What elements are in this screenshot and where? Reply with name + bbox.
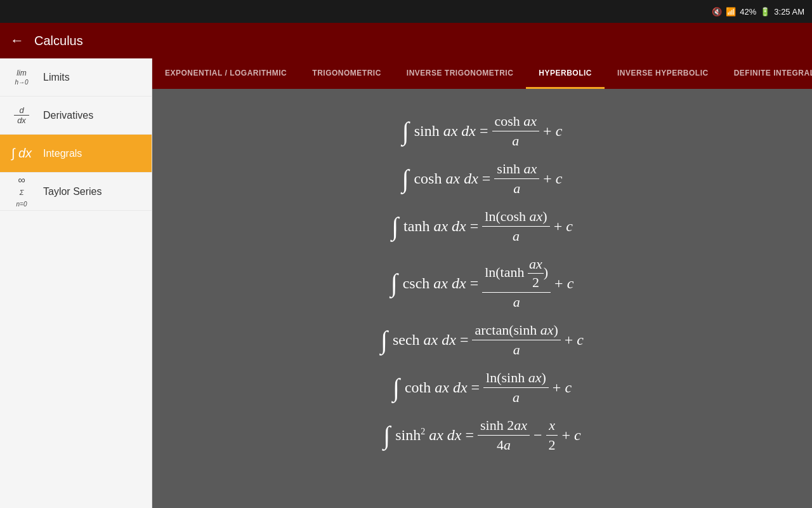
int-sign-3: ∫ [391, 214, 398, 239]
app-title: Calculus [34, 34, 83, 48]
int-sign-7: ∫ [383, 423, 390, 448]
taylor-icon: ∞ Σ n=0 [10, 175, 33, 209]
int-sign-5: ∫ [381, 328, 388, 353]
content-area: EXPONENTIAL / LOGARITHMIC TRIGONOMETRIC … [152, 58, 812, 508]
derivatives-icon: d dx [10, 105, 33, 125]
formula-4: ∫ csch ax dx = ln(tanh ax2) a + c [391, 256, 574, 311]
int-sign-2: ∫ [402, 166, 409, 192]
back-button[interactable]: ← [10, 32, 24, 49]
sidebar-item-derivatives-label: Derivatives [43, 110, 93, 121]
tab-trig[interactable]: TRIGONOMETRIC [299, 58, 394, 89]
formula-row-2: ∫ cosh ax dx = sinh ax a + c [178, 161, 787, 197]
formula-area: ∫ sinh ax dx = cosh ax a + c ∫ cosh ax d… [152, 89, 812, 508]
main-layout: limh→0 Limits d dx Derivatives ∫ dx Inte… [0, 58, 812, 508]
formula-3: ∫ tanh ax dx = ln(cosh ax) a + c [391, 208, 573, 244]
wifi-icon: 📶 [726, 7, 736, 17]
frac-7b: x 2 [546, 417, 558, 453]
sidebar-item-integrals[interactable]: ∫ dx Integrals [0, 135, 152, 173]
sidebar-item-limits[interactable]: limh→0 Limits [0, 58, 152, 97]
int-sign-4: ∫ [391, 271, 398, 296]
frac-5: arctan(sinh ax) a [472, 322, 560, 358]
status-bar: 🔇 📶 42% 🔋 3:25 AM [0, 0, 812, 23]
time: 3:25 AM [774, 7, 804, 17]
mute-icon: 🔇 [712, 7, 722, 17]
status-icons: 🔇 📶 42% 🔋 3:25 AM [712, 7, 804, 17]
sidebar-item-integrals-label: Integrals [43, 148, 82, 159]
formula-1: ∫ sinh ax dx = cosh ax a + c [402, 113, 563, 149]
tab-inv-hyp[interactable]: INVERSE HYPERBOLIC [605, 58, 721, 89]
formula-7: ∫ sinh2 ax dx = sinh 2ax 4a − x 2 + c [383, 417, 581, 453]
formula-row-7: ∫ sinh2 ax dx = sinh 2ax 4a − x 2 + c [178, 417, 787, 453]
tab-def-int[interactable]: DEFINITE INTEGRALS [721, 58, 812, 89]
frac-6: ln(sinh ax) a [483, 370, 549, 406]
sidebar-item-derivatives[interactable]: d dx Derivatives [0, 97, 152, 135]
frac-2: sinh ax a [494, 161, 539, 197]
sidebar: limh→0 Limits d dx Derivatives ∫ dx Inte… [0, 58, 152, 508]
formula-row-6: ∫ coth ax dx = ln(sinh ax) a + c [178, 370, 787, 406]
integrals-icon: ∫ dx [10, 146, 33, 161]
int-sign-1: ∫ [402, 119, 409, 144]
sidebar-item-limits-label: Limits [43, 72, 70, 83]
formula-6: ∫ coth ax dx = ln(sinh ax) a + c [393, 370, 572, 406]
formula-row-4: ∫ csch ax dx = ln(tanh ax2) a + c [178, 256, 787, 311]
app-bar: ← Calculus [0, 23, 812, 58]
formula-5: ∫ sech ax dx = arctan(sinh ax) a + c [381, 322, 584, 358]
tab-exp-log[interactable]: EXPONENTIAL / LOGARITHMIC [152, 58, 299, 89]
int-sign-6: ∫ [393, 375, 400, 401]
battery-icon: 🔋 [760, 7, 770, 17]
limits-icon: limh→0 [10, 69, 33, 86]
formula-2: ∫ cosh ax dx = sinh ax a + c [402, 161, 563, 197]
formula-row-1: ∫ sinh ax dx = cosh ax a + c [178, 113, 787, 149]
sidebar-item-taylor[interactable]: ∞ Σ n=0 Taylor Series [0, 173, 152, 211]
tabs: EXPONENTIAL / LOGARITHMIC TRIGONOMETRIC … [152, 58, 812, 89]
frac-4: ln(tanh ax2) a [482, 256, 551, 311]
formula-row-5: ∫ sech ax dx = arctan(sinh ax) a + c [178, 322, 787, 358]
sidebar-item-taylor-label: Taylor Series [43, 186, 102, 197]
frac-1: cosh ax a [492, 113, 540, 149]
formula-row-3: ∫ tanh ax dx = ln(cosh ax) a + c [178, 208, 787, 244]
tab-inv-trig[interactable]: INVERSE TRIGONOMETRIC [394, 58, 527, 89]
tab-hyperbolic[interactable]: HYPERBOLIC [526, 58, 605, 89]
battery-level: 42% [740, 7, 756, 17]
frac-3: ln(cosh ax) a [482, 208, 549, 244]
frac-7a: sinh 2ax 4a [478, 417, 530, 453]
